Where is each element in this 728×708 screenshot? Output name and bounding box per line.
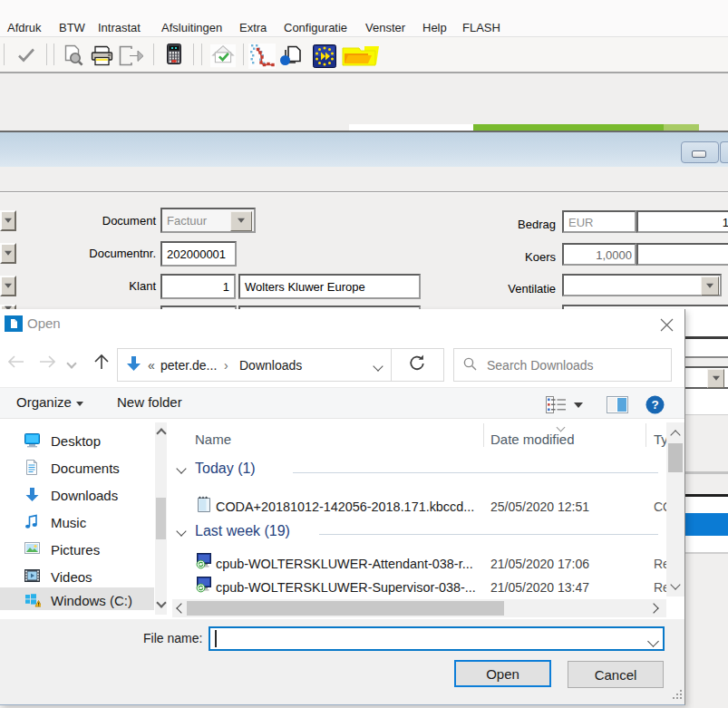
- svg-text:?: ?: [651, 398, 658, 412]
